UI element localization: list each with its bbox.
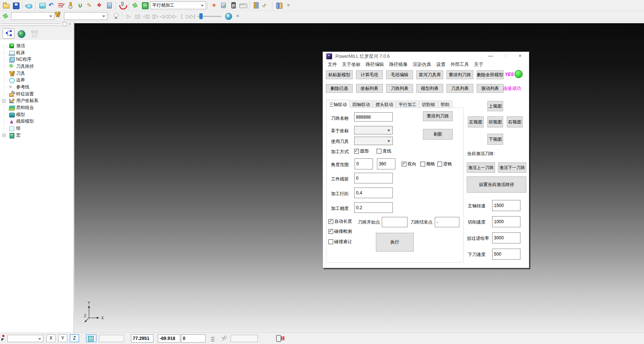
- edit-stock-button[interactable]: 毛坯编辑: [386, 70, 413, 79]
- rapid-feed-input[interactable]: [492, 232, 520, 243]
- cutting-feed-input[interactable]: [492, 216, 520, 227]
- delete-all-models-button[interactable]: 删除全部模型: [477, 70, 504, 79]
- speed-dial-icon[interactable]: [224, 11, 233, 21]
- toolpath-list-icon[interactable]: [57, 1, 66, 10]
- tree-item-workplanes[interactable]: +用户坐标系: [0, 98, 74, 105]
- tool-list-button[interactable]: 刀具列表: [446, 84, 473, 93]
- tree-item-boundaries[interactable]: 边界: [0, 77, 74, 84]
- bidirectional-checkbox[interactable]: [402, 162, 406, 166]
- stepover-input[interactable]: [354, 187, 393, 198]
- activate-prev-toolpath-button[interactable]: 激活上一刀路: [467, 162, 495, 173]
- tree-item-levels-and-sets[interactable]: 层和组合: [0, 104, 74, 111]
- points-icon[interactable]: [95, 1, 104, 10]
- toolpath-spring-icon[interactable]: [131, 1, 140, 10]
- verify-icon[interactable]: [219, 1, 229, 10]
- menu-external-tools[interactable]: 外部工具: [451, 62, 469, 68]
- menu-coordinates[interactable]: 关于坐标: [342, 62, 360, 68]
- expand-icon[interactable]: +: [2, 99, 6, 103]
- climb-mill-checkbox[interactable]: [420, 162, 425, 166]
- tool-holder-icon[interactable]: [104, 1, 114, 10]
- toolpath-end-input[interactable]: [435, 217, 459, 227]
- tree-item-models[interactable]: 模型: [0, 111, 74, 118]
- axis-z-button[interactable]: Z: [70, 334, 79, 342]
- step-back-icon[interactable]: ◁▯: [142, 11, 151, 21]
- rotate-device-icon[interactable]: [275, 334, 285, 343]
- menu-render-sim[interactable]: 渲染仿真: [413, 62, 431, 68]
- measure-icon[interactable]: [252, 1, 261, 10]
- coordinate-list-button[interactable]: 坐标列表: [356, 84, 383, 93]
- toolpath-start-input[interactable]: [382, 217, 408, 227]
- execute-button[interactable]: 执行: [376, 233, 414, 252]
- tree-item-activate[interactable]: 激活: [0, 42, 74, 49]
- menu-path-mirror[interactable]: 路径镜像: [389, 62, 408, 68]
- float-panel-icon[interactable]: [63, 22, 67, 26]
- top-view-button[interactable]: 上视图: [487, 101, 503, 111]
- edit-toolpath-icon[interactable]: [85, 1, 95, 10]
- menu-about[interactable]: 关于: [474, 62, 483, 68]
- set-active-path-button[interactable]: 设置当前激活路径: [467, 176, 526, 193]
- dialog-title-bar[interactable]: PowerMILL 忆梦星河 7.0.6 — □ ×: [323, 52, 529, 61]
- slider-handle[interactable]: [199, 13, 203, 19]
- statusbar-field-2[interactable]: [231, 335, 258, 342]
- tree-item-feature-sets[interactable]: 特征设置: [0, 91, 74, 98]
- ruler-icon[interactable]: [238, 1, 248, 10]
- delete-selected-button[interactable]: 删除已选: [326, 84, 353, 93]
- strategy-combo[interactable]: 平行精加工: [150, 1, 206, 9]
- toolpath-spring-icon[interactable]: [1, 11, 11, 21]
- line-checkbox[interactable]: [377, 149, 381, 154]
- tab-4axis[interactable]: 四轴联动: [350, 101, 373, 108]
- tool-icon[interactable]: [54, 11, 64, 21]
- axis-y-button[interactable]: Y: [58, 334, 67, 342]
- stock-remain-input[interactable]: [354, 173, 393, 183]
- refresh-button[interactable]: 刷新: [423, 129, 453, 140]
- tab-help[interactable]: 帮助: [438, 101, 452, 108]
- scissors-icon[interactable]: [261, 1, 271, 10]
- tolerance-input[interactable]: [354, 202, 393, 213]
- expand-icon[interactable]: +: [2, 134, 6, 137]
- tab-swivel-head[interactable]: 摆头联动: [373, 101, 396, 108]
- star-tool-icon[interactable]: [210, 1, 219, 10]
- tree-item-groups[interactable]: 组: [0, 125, 74, 132]
- panel-grip[interactable]: [1, 24, 60, 26]
- auto-length-checkbox[interactable]: [328, 219, 333, 224]
- tree-item-patterns[interactable]: 参考线: [0, 84, 74, 91]
- block-icon[interactable]: [38, 1, 47, 10]
- menu-file[interactable]: 文件: [328, 62, 337, 68]
- coordinate-z-value[interactable]: [181, 334, 206, 343]
- menu-path-edit[interactable]: 路径编辑: [366, 62, 384, 68]
- simulation-speed-slider[interactable]: [197, 11, 221, 21]
- front-view-button[interactable]: 前视图: [487, 116, 503, 127]
- jog-axes-icon[interactable]: [220, 335, 227, 342]
- xyz-list-icon[interactable]: [210, 335, 216, 342]
- calculator-icon[interactable]: [229, 1, 238, 10]
- step-forward-icon[interactable]: ▯▷: [151, 11, 160, 21]
- maximize-button[interactable]: □: [498, 52, 513, 61]
- explorer-trash-tab[interactable]: [28, 28, 40, 39]
- based-coordinate-combo[interactable]: [354, 126, 393, 134]
- pause-icon[interactable]: ▯▯: [133, 11, 142, 21]
- activate-next-toolpath-button[interactable]: 激活下一刀路: [498, 162, 526, 173]
- statusbar-combo[interactable]: [7, 335, 43, 342]
- go-end-icon[interactable]: ▷▷|: [186, 11, 195, 21]
- tree-item-toolpaths[interactable]: 刀具路径: [0, 63, 74, 70]
- menu-settings[interactable]: 设置: [436, 62, 445, 68]
- cylinders-icon[interactable]: [274, 1, 284, 10]
- tab-3axis[interactable]: 三轴联动: [326, 100, 350, 108]
- explorer-tree-tab[interactable]: [3, 28, 14, 39]
- right-view-button[interactable]: 右视图: [507, 116, 523, 127]
- circle-checkbox[interactable]: [354, 149, 359, 154]
- plunge-feed-input[interactable]: [492, 249, 520, 260]
- coordinate-x-value[interactable]: [131, 334, 153, 343]
- search-forward-icon[interactable]: ▷▷: [168, 11, 177, 21]
- rearrange-toolpaths-button-2[interactable]: 重排列刀路: [423, 111, 453, 121]
- save-project-icon[interactable]: [11, 1, 21, 10]
- left-view-button[interactable]: 左视图: [468, 116, 484, 127]
- use-tool-combo[interactable]: [354, 137, 393, 145]
- play-icon[interactable]: ▷: [124, 11, 133, 21]
- close-button[interactable]: ×: [513, 52, 527, 61]
- go-start-icon[interactable]: |◁◁: [177, 11, 186, 21]
- drive-list-button[interactable]: 驱动列表: [477, 84, 504, 93]
- simulation-tool-combo[interactable]: [64, 12, 107, 20]
- angle-from-input[interactable]: [355, 158, 373, 169]
- import-icon[interactable]: [47, 1, 57, 10]
